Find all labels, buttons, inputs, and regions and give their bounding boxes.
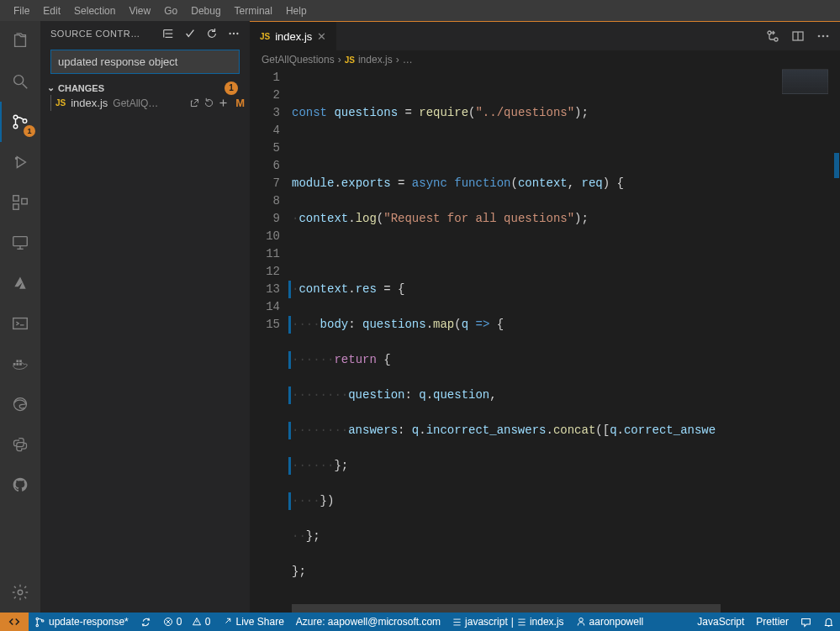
svg-point-34 xyxy=(818,35,821,38)
breadcrumb[interactable]: GetAllQuestions › JS index.js › … xyxy=(250,50,840,69)
svg-point-25 xyxy=(229,33,230,34)
file-status: M xyxy=(235,97,245,109)
search-icon[interactable] xyxy=(0,61,40,102)
menu-terminal[interactable]: Terminal xyxy=(228,5,279,17)
svg-point-6 xyxy=(16,158,18,160)
compare-icon[interactable] xyxy=(766,29,779,43)
remote-explorer-icon[interactable] xyxy=(0,223,40,263)
user-status[interactable]: aaronpowell xyxy=(570,613,650,631)
svg-point-31 xyxy=(774,38,778,41)
terminal-panel-icon[interactable] xyxy=(0,303,40,344)
menu-view[interactable]: View xyxy=(122,5,157,17)
debug-icon[interactable] xyxy=(0,142,40,182)
more-icon[interactable] xyxy=(228,28,240,39)
menu-go[interactable]: Go xyxy=(157,5,184,17)
svg-point-2 xyxy=(13,115,18,119)
tab-indexjs[interactable]: JS index.js ✕ xyxy=(250,22,337,50)
language-status[interactable]: JavaScript xyxy=(691,613,750,631)
code-area[interactable]: 123456789101112131415 const questions = … xyxy=(250,69,840,613)
svg-point-50 xyxy=(578,618,583,623)
stage-icon[interactable] xyxy=(218,97,229,108)
menu-debug[interactable]: Debug xyxy=(184,5,227,17)
explorer-icon[interactable] xyxy=(0,21,40,61)
changes-label: CHANGES xyxy=(58,83,104,93)
chevron-down-icon: ⌄ xyxy=(47,82,55,93)
tab-title: index.js xyxy=(275,30,312,43)
extensions-icon[interactable] xyxy=(0,182,40,223)
menu-edit[interactable]: Edit xyxy=(36,5,67,17)
svg-line-1 xyxy=(23,84,28,89)
spaces-status[interactable]: javascript | index.js xyxy=(446,613,570,631)
settings-gear-icon[interactable] xyxy=(0,572,40,613)
svg-point-35 xyxy=(822,35,825,38)
problems-status[interactable]: 0 0 xyxy=(157,613,217,631)
breadcrumb-tail[interactable]: … xyxy=(403,54,413,66)
menu-help[interactable]: Help xyxy=(279,5,314,17)
svg-rect-18 xyxy=(19,360,22,362)
js-file-icon: JS xyxy=(55,98,66,108)
azure-status[interactable]: Azure: aapowell@microsoft.com xyxy=(290,613,446,631)
svg-rect-17 xyxy=(16,360,18,362)
menu-selection[interactable]: Selection xyxy=(67,5,122,17)
discard-icon[interactable] xyxy=(203,97,214,108)
menu-bar: File Edit Selection View Go Debug Termin… xyxy=(0,0,840,21)
svg-rect-13 xyxy=(13,318,28,329)
menu-file[interactable]: File xyxy=(7,5,36,17)
changes-section[interactable]: ⌄ CHANGES 1 xyxy=(40,81,250,95)
edge-icon[interactable] xyxy=(0,384,40,424)
changes-count-badge: 1 xyxy=(225,82,238,95)
commit-message-input[interactable] xyxy=(50,50,240,74)
commit-icon[interactable] xyxy=(184,28,196,39)
svg-point-36 xyxy=(827,35,829,38)
breadcrumb-file[interactable]: index.js xyxy=(358,54,393,66)
svg-rect-7 xyxy=(13,196,18,201)
svg-point-30 xyxy=(768,31,771,34)
svg-point-37 xyxy=(36,618,38,619)
feedback-icon[interactable] xyxy=(795,613,817,631)
github-icon[interactable] xyxy=(0,465,40,505)
docker-icon[interactable] xyxy=(0,344,40,384)
svg-point-20 xyxy=(18,590,23,595)
svg-rect-10 xyxy=(13,237,28,246)
changed-file-row[interactable]: JS index.js GetAllQ… M xyxy=(40,95,250,111)
panel-title: SOURCE CONTR… xyxy=(50,29,140,39)
open-file-icon[interactable] xyxy=(189,97,200,108)
python-icon[interactable] xyxy=(0,424,40,465)
close-icon[interactable]: ✕ xyxy=(317,30,326,43)
file-name: index.js xyxy=(71,97,108,109)
line-numbers: 123456789101112131415 xyxy=(250,69,292,613)
svg-point-0 xyxy=(14,76,24,85)
svg-rect-15 xyxy=(16,363,18,365)
vertical-scrollbar[interactable] xyxy=(828,69,840,613)
svg-rect-14 xyxy=(13,363,16,365)
svg-rect-16 xyxy=(19,363,22,365)
remote-indicator[interactable] xyxy=(0,613,29,631)
svg-point-26 xyxy=(233,33,235,34)
refresh-icon[interactable] xyxy=(206,28,218,39)
svg-rect-8 xyxy=(13,204,18,209)
editor: JS index.js ✕ GetAllQuestions › JS index… xyxy=(250,21,840,613)
svg-point-4 xyxy=(23,119,27,124)
scm-badge: 1 xyxy=(24,125,35,137)
minimap[interactable] xyxy=(782,69,828,94)
liveshare-status[interactable]: Live Share xyxy=(216,613,289,631)
view-tree-icon[interactable] xyxy=(162,28,174,39)
sync-status[interactable] xyxy=(135,613,157,631)
split-icon[interactable] xyxy=(791,29,805,43)
bell-icon[interactable] xyxy=(817,613,840,631)
svg-rect-9 xyxy=(22,198,27,203)
svg-marker-5 xyxy=(17,157,25,168)
js-file-icon: JS xyxy=(260,32,270,41)
more-icon[interactable] xyxy=(816,29,830,43)
breadcrumb-folder[interactable]: GetAllQuestions xyxy=(262,54,335,66)
azure-icon[interactable] xyxy=(0,263,40,303)
branch-status[interactable]: update-response* xyxy=(29,613,135,631)
svg-point-38 xyxy=(36,624,38,626)
horizontal-scrollbar[interactable] xyxy=(292,604,828,613)
code-content[interactable]: const questions = require("../questions"… xyxy=(292,69,840,613)
js-file-icon: JS xyxy=(345,55,355,65)
scm-icon[interactable]: 1 xyxy=(0,102,40,142)
prettier-status[interactable]: Prettier xyxy=(750,613,795,631)
tab-bar: JS index.js ✕ xyxy=(250,21,840,50)
source-control-panel: SOURCE CONTR… ⌄ CHANGES 1 JS index.js Ge… xyxy=(40,21,250,613)
